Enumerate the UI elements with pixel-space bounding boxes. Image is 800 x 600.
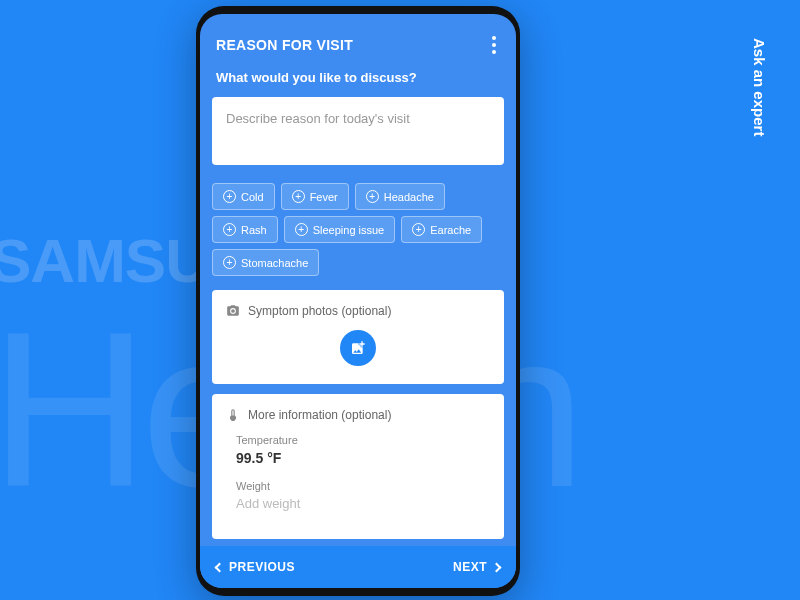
symptom-chip-stomachache[interactable]: +Stomachache <box>212 249 319 276</box>
photos-card: Symptom photos (optional) <box>212 290 504 384</box>
symptom-chip-headache[interactable]: +Headache <box>355 183 445 210</box>
symptom-chip-fever[interactable]: +Fever <box>281 183 349 210</box>
chip-label: Sleeping issue <box>313 224 385 236</box>
add-photo-icon <box>350 340 366 356</box>
plus-icon: + <box>366 190 379 203</box>
phone-screen: REASON FOR VISIT What would you like to … <box>200 14 516 588</box>
chevron-left-icon <box>215 562 225 572</box>
chip-label: Earache <box>430 224 471 236</box>
symptom-chip-earache[interactable]: +Earache <box>401 216 482 243</box>
chip-label: Cold <box>241 191 264 203</box>
content-scroll[interactable]: What would you like to discuss? +Cold+Fe… <box>200 70 516 546</box>
camera-icon <box>226 304 240 318</box>
symptom-chip-cold[interactable]: +Cold <box>212 183 275 210</box>
plus-icon: + <box>295 223 308 236</box>
previous-button[interactable]: PREVIOUS <box>216 560 295 574</box>
question-prompt: What would you like to discuss? <box>212 70 504 85</box>
symptom-chip-sleeping-issue[interactable]: +Sleeping issue <box>284 216 396 243</box>
previous-label: PREVIOUS <box>229 560 295 574</box>
weight-label: Weight <box>236 480 490 492</box>
overflow-menu-icon[interactable] <box>488 32 500 58</box>
next-button[interactable]: NEXT <box>453 560 500 574</box>
temperature-value: 99.5 °F <box>236 450 490 466</box>
plus-icon: + <box>412 223 425 236</box>
weight-placeholder: Add weight <box>236 496 490 511</box>
reason-input[interactable] <box>212 97 504 165</box>
ask-expert-label: Ask an expert <box>751 38 768 136</box>
info-title: More information (optional) <box>248 408 391 422</box>
thermometer-icon <box>226 408 240 422</box>
page-title: REASON FOR VISIT <box>216 37 353 53</box>
add-photo-button[interactable] <box>340 330 376 366</box>
symptom-chip-rash[interactable]: +Rash <box>212 216 278 243</box>
chip-label: Rash <box>241 224 267 236</box>
next-label: NEXT <box>453 560 487 574</box>
info-card: More information (optional) Temperature … <box>212 394 504 539</box>
chip-label: Fever <box>310 191 338 203</box>
chip-label: Headache <box>384 191 434 203</box>
phone-frame: REASON FOR VISIT What would you like to … <box>196 6 520 596</box>
plus-icon: + <box>223 190 236 203</box>
app-header: REASON FOR VISIT <box>200 14 516 70</box>
temperature-label: Temperature <box>236 434 490 446</box>
plus-icon: + <box>292 190 305 203</box>
symptom-chips: +Cold+Fever+Headache+Rash+Sleeping issue… <box>212 183 504 276</box>
chevron-right-icon <box>492 562 502 572</box>
footer-nav: PREVIOUS NEXT <box>200 546 516 588</box>
weight-row[interactable]: Weight Add weight <box>226 480 490 511</box>
plus-icon: + <box>223 256 236 269</box>
photos-title: Symptom photos (optional) <box>248 304 391 318</box>
temperature-row[interactable]: Temperature 99.5 °F <box>226 434 490 466</box>
plus-icon: + <box>223 223 236 236</box>
chip-label: Stomachache <box>241 257 308 269</box>
